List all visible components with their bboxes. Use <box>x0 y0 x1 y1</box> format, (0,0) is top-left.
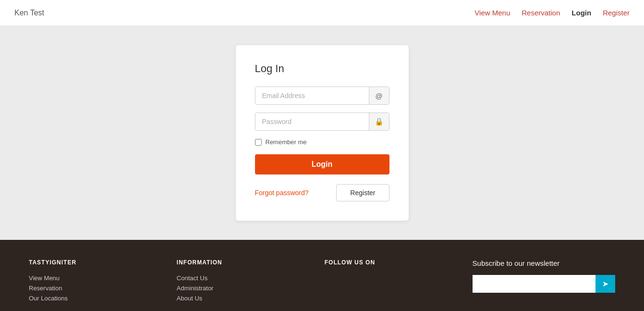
footer-link-about-us[interactable]: About Us <box>177 295 296 302</box>
nav-view-menu[interactable]: View Menu <box>474 9 510 17</box>
footer-link-administrator[interactable]: Administrator <box>177 285 296 292</box>
nav-links: View Menu Reservation Login Register <box>474 9 630 17</box>
main-content: Log In @ 🔒 Remember me Login Forgot pass… <box>0 26 644 240</box>
newsletter-submit-button[interactable]: ➤ <box>595 275 615 293</box>
remember-checkbox[interactable] <box>255 139 262 146</box>
password-field[interactable] <box>255 113 369 130</box>
footer-col1-title: TASTYIGNITER <box>29 259 148 266</box>
login-card: Log In @ 🔒 Remember me Login Forgot pass… <box>236 45 409 221</box>
footer-col-tastyigniter: TASTYIGNITER View Menu Reservation Our L… <box>29 259 148 305</box>
lock-icon: 🔒 <box>369 113 389 130</box>
nav-register[interactable]: Register <box>603 9 630 17</box>
footer-link-contact-us[interactable]: Contact Us <box>177 274 296 282</box>
login-actions: Forgot password? Register <box>255 184 389 201</box>
email-input-group: @ <box>255 87 389 105</box>
password-input-group: 🔒 <box>255 112 389 131</box>
remember-label[interactable]: Remember me <box>266 138 307 146</box>
footer: TASTYIGNITER View Menu Reservation Our L… <box>0 240 644 311</box>
login-button[interactable]: Login <box>255 154 389 174</box>
navbar: Ken Test View Menu Reservation Login Reg… <box>0 0 644 26</box>
newsletter-input[interactable] <box>473 275 595 293</box>
login-title: Log In <box>255 62 389 75</box>
forgot-password-link[interactable]: Forgot password? <box>255 189 309 197</box>
newsletter-title: Subscribe to our newsletter <box>473 259 615 267</box>
footer-col-information: INFORMATION Contact Us Administrator Abo… <box>177 259 296 305</box>
brand-logo[interactable]: Ken Test <box>14 9 44 17</box>
email-icon: @ <box>369 87 389 104</box>
footer-col2-title: INFORMATION <box>177 259 296 266</box>
footer-link-view-menu[interactable]: View Menu <box>29 274 148 282</box>
nav-login[interactable]: Login <box>571 9 591 17</box>
newsletter-form: ➤ <box>473 275 615 293</box>
footer-col3-title: FOLLOW US ON <box>325 259 444 266</box>
send-icon: ➤ <box>602 280 608 288</box>
nav-reservation[interactable]: Reservation <box>522 9 560 17</box>
footer-link-our-locations[interactable]: Our Locations <box>29 295 148 302</box>
footer-col-follow: FOLLOW US ON <box>325 259 444 305</box>
email-field[interactable] <box>255 87 369 104</box>
footer-newsletter: Subscribe to our newsletter ➤ <box>473 259 615 305</box>
remember-row: Remember me <box>255 138 389 146</box>
register-button[interactable]: Register <box>336 184 389 201</box>
footer-link-reservation[interactable]: Reservation <box>29 285 148 292</box>
